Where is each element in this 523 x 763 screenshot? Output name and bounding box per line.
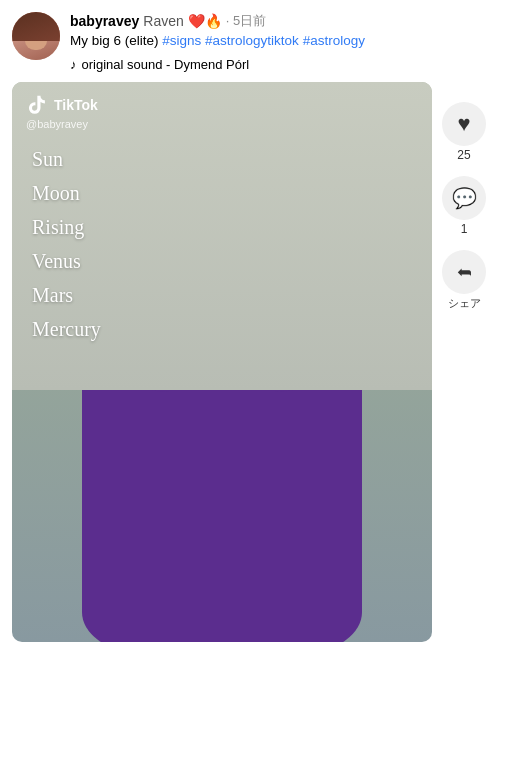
display-name: Raven	[143, 13, 183, 29]
side-actions: ♥ 25 💬 1 ➦ シェア	[432, 82, 486, 311]
avatar[interactable]	[12, 12, 60, 60]
post-header: babyravey Raven ❤️🔥 · 5日前 My big 6 (elit…	[12, 12, 511, 72]
time-value: 5日前	[233, 13, 266, 28]
astro-line-mercury: Mercury	[32, 312, 101, 346]
sound-row: ♪ original sound - Dymend Pórl	[70, 57, 511, 72]
user-info: babyravey Raven ❤️🔥 · 5日前 My big 6 (elit…	[70, 12, 511, 72]
user-name-row: babyravey Raven ❤️🔥 · 5日前	[70, 12, 511, 30]
like-icon-circle: ♥	[442, 102, 486, 146]
caption-text: My big 6 (elite)	[70, 33, 162, 48]
hashtag-astrology[interactable]: #astrology	[303, 33, 365, 48]
hashtag-signs[interactable]: #signs	[162, 33, 201, 48]
astro-text-overlay: Sun Moon Rising Venus Mars Mercury	[32, 142, 101, 346]
astro-line-venus: Venus	[32, 244, 101, 278]
comment-icon: 💬	[452, 186, 477, 210]
comment-icon-circle: 💬	[442, 176, 486, 220]
share-label: シェア	[448, 296, 481, 311]
video-player[interactable]: TikTok @babyravey Sun Moon Rising Venus …	[12, 82, 432, 642]
share-button[interactable]: ➦ シェア	[442, 250, 486, 311]
sound-text[interactable]: original sound - Dymend Pórl	[82, 57, 250, 72]
post-caption: My big 6 (elite) #signs #astrologytiktok…	[70, 32, 511, 51]
hashtag-astrologytiktok[interactable]: #astrologytiktok	[205, 33, 299, 48]
astro-line-sun: Sun	[32, 142, 101, 176]
share-icon-circle: ➦	[442, 250, 486, 294]
timestamp: · 5日前	[226, 12, 266, 30]
astro-line-mars: Mars	[32, 278, 101, 312]
comment-count: 1	[461, 222, 468, 236]
tiktok-logo-icon	[26, 94, 48, 116]
share-icon: ➦	[457, 261, 472, 283]
tiktok-header: TikTok	[26, 94, 98, 116]
tiktok-brand-text: TikTok	[54, 97, 98, 113]
tiktok-handle: @babyravey	[26, 118, 88, 130]
emojis: ❤️🔥	[188, 13, 222, 29]
like-count: 25	[457, 148, 470, 162]
comment-button[interactable]: 💬 1	[442, 176, 486, 236]
username[interactable]: babyravey	[70, 13, 139, 29]
post-container: babyravey Raven ❤️🔥 · 5日前 My big 6 (elit…	[0, 0, 523, 654]
astro-line-moon: Moon	[32, 176, 101, 210]
music-note-icon: ♪	[70, 57, 77, 72]
heart-icon: ♥	[457, 111, 470, 137]
like-button[interactable]: ♥ 25	[442, 102, 486, 162]
separator: ·	[226, 13, 230, 28]
video-area-wrapper: TikTok @babyravey Sun Moon Rising Venus …	[12, 82, 511, 642]
astro-line-rising: Rising	[32, 210, 101, 244]
